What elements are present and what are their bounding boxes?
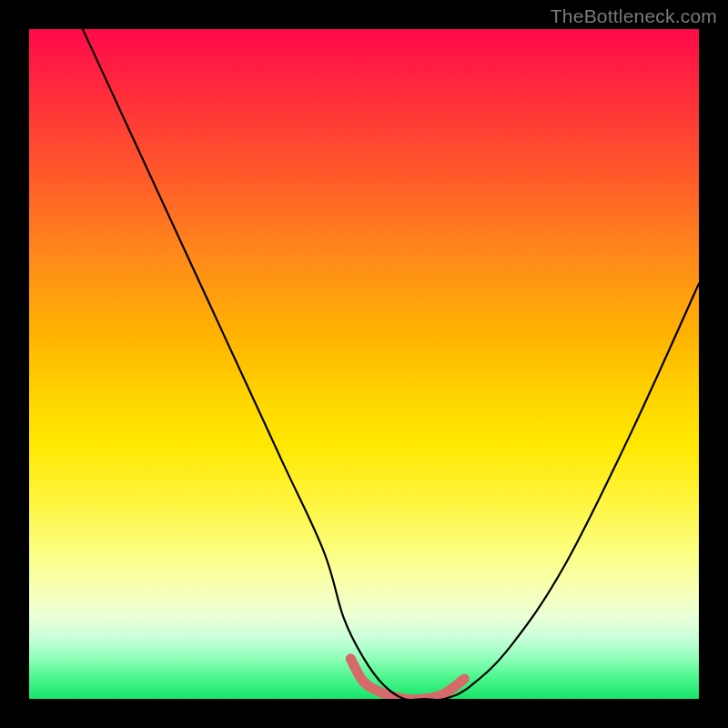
curve-svg — [29, 29, 699, 699]
chart-plot-area — [29, 29, 699, 699]
stage: TheBottleneck.com — [0, 0, 728, 728]
bottleneck-curve — [83, 29, 699, 699]
watermark-text: TheBottleneck.com — [551, 5, 717, 27]
